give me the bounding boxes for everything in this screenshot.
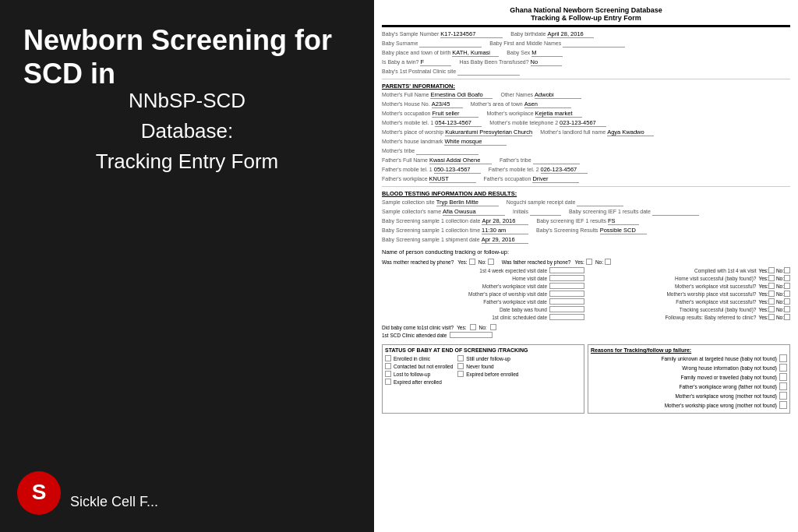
initials-value (530, 208, 561, 216)
complied-no-label: No: (776, 268, 784, 273)
father-tribe-label: Father's tribe (500, 157, 531, 163)
father-wp-success-label: Father's workplace visit successful? (588, 299, 758, 305)
reason4-box[interactable] (779, 382, 787, 390)
clinic1-sched-row: 1st clinic scheduled date (382, 314, 584, 320)
parents-section-title: PARENTS' INFORMATION: (382, 83, 790, 90)
father-name-row: Father's Full Name Kwasi Addai Ohene Fat… (382, 157, 790, 164)
mother-tel1-label: Mother's mobile tel. 1 (382, 120, 433, 125)
screening-results-value: Possible SCD (600, 227, 647, 234)
ts-yes-box[interactable] (768, 306, 775, 312)
subtitle: NNbSP-SCD Database: Tracking Entry Form (0, 86, 374, 177)
did-baby-no: No: (479, 325, 487, 330)
clinic-row: Baby's 1st Postnatal Clinic site (382, 68, 790, 76)
home-visit-label: Home visit date (382, 276, 549, 281)
did-baby-yes-box[interactable] (470, 324, 476, 330)
contacted-checkbox[interactable] (385, 363, 391, 369)
expired-before-checkbox[interactable] (457, 371, 464, 377)
baby-found-input[interactable] (549, 306, 584, 312)
collection-date-row: Baby Screening sample 1 collection date … (382, 217, 790, 225)
mwp-yes-box[interactable] (768, 283, 775, 289)
clinic1-attended-label: 1st SCD Clinic attended date (382, 333, 447, 338)
reason1-box[interactable] (779, 354, 787, 362)
lost-checkbox[interactable] (385, 371, 391, 377)
noguchi-value (577, 199, 623, 206)
ief1-results-value: FS (608, 217, 639, 225)
mother-worship-label: Mother's place of worship (382, 129, 443, 135)
father-phone-yes-box[interactable] (586, 259, 592, 265)
followup-status-label: Still under follow-up (466, 356, 510, 361)
collector-row: Sample collector's name Afia Owusua Init… (382, 208, 790, 216)
transfused-label: Has Baby Been Transfused? (459, 59, 528, 65)
mother-area-label: Mother's area of town (471, 101, 523, 107)
collector-label: Sample collector's name (382, 209, 441, 214)
divider1 (382, 79, 790, 79)
reason4-text: Father's workplace wrong (father not fou… (591, 384, 779, 389)
coll-time-label: Baby Screening sample 1 collection time (382, 227, 480, 233)
expired-after-checkbox[interactable] (385, 379, 391, 385)
mother-landmark-row: Mother's house landmark White mosque (382, 138, 790, 146)
coll-date-value: Apr 28, 2016 (482, 217, 528, 225)
father-phone-group: Was father reached by phone? Yes: No: (502, 259, 611, 265)
father-tel1-value: 050-123-4567 (434, 166, 481, 174)
father-occ-value: Driver (532, 175, 579, 183)
week4-label: 1st 4 week expected visit date (382, 268, 549, 273)
reason3-box[interactable] (779, 373, 787, 381)
followup-checkbox[interactable] (457, 355, 464, 361)
tracking-grid: 1st 4 week expected visit date Home visi… (382, 267, 790, 322)
complied-yes-box[interactable] (768, 267, 775, 273)
father-occ-label: Father's occupation (484, 176, 531, 181)
status-contacted-item: Contacted but not enrolled (385, 363, 453, 369)
father-phone-no-box[interactable] (605, 259, 611, 265)
clinic1-attended-input[interactable] (450, 332, 493, 338)
mother-wp-success-label: Mother's workplace visit successful? (588, 284, 758, 289)
mother-wp-success-row: Mother's workplace visit successful? Yes… (588, 283, 790, 289)
surname-row: Baby Surname Baby First and Middle Names (382, 40, 790, 48)
reason6-text: Mother's workship place wrong (mother no… (591, 403, 779, 408)
home-visit-input[interactable] (549, 275, 584, 281)
fp-no-box[interactable] (784, 314, 790, 320)
father-wp-visit-input[interactable] (549, 298, 584, 305)
reason2-box[interactable] (779, 364, 787, 372)
blood-section-title: BLOOD TESTING INFORMATION AND RESULTS: (382, 190, 790, 197)
reason5-box[interactable] (779, 392, 787, 400)
mother-landlord-value: Agya Kwadwo (607, 129, 654, 136)
father-wp-visit-label: Father's workplace visit date (382, 299, 549, 305)
father-tel-row: Father's mobile tel. 1 050-123-4567 Fath… (382, 166, 790, 174)
mother-phone-no-box[interactable] (488, 259, 494, 265)
screening-results-label: Baby's Screening Results (536, 227, 598, 233)
never-checkbox[interactable] (457, 363, 464, 369)
father-name-value: Kwasi Addai Ohene (429, 157, 492, 164)
fwp-no-box[interactable] (784, 298, 790, 305)
other-names-label: Other Names (500, 92, 533, 97)
enrolled-checkbox[interactable] (385, 355, 391, 361)
mother-area-value: Asen (524, 100, 571, 108)
father-workplace-value: KNUST (429, 175, 476, 183)
clinic1-sched-input[interactable] (549, 314, 584, 320)
fp-yes-box[interactable] (768, 314, 775, 320)
home-no-label: No: (776, 276, 784, 281)
mws-yes-box[interactable] (768, 291, 775, 297)
mother-phone-label: Was mother reached by phone? (382, 259, 454, 265)
fwp-yes-box[interactable] (768, 298, 775, 305)
form-panel: Ghana National Newborn Screening Databas… (374, 0, 798, 532)
reason6-box[interactable] (779, 401, 787, 409)
home-yes-box[interactable] (768, 275, 775, 281)
father-workplace-row: Father's workplace KNUST Father's occupa… (382, 175, 790, 183)
complied-no-box[interactable] (784, 267, 790, 273)
surname-label: Baby Surname (382, 41, 418, 46)
did-baby-no-box[interactable] (490, 324, 496, 330)
coll-time-value: 11:30 am (482, 227, 528, 234)
ts-no-box[interactable] (784, 306, 790, 312)
mwp-no-box[interactable] (784, 283, 790, 289)
mother-worship-visit-input[interactable] (549, 291, 584, 297)
mother-name-value: Ernestina Odi Boafo (430, 91, 493, 99)
mother-worship-success-label: Mother's worship place visit successful? (588, 291, 758, 297)
clinic1-attended-row: 1st SCD Clinic attended date (382, 332, 790, 338)
father-tel2-value: 026-123-4567 (541, 166, 588, 174)
home-success-row: Home visit successful (baby found)? Yes:… (588, 275, 790, 281)
week4-input[interactable] (549, 267, 584, 273)
home-no-box[interactable] (784, 275, 790, 281)
mws-no-box[interactable] (784, 291, 790, 297)
mother-phone-yes-box[interactable] (469, 259, 475, 265)
mother-wp-visit-input[interactable] (549, 283, 584, 289)
